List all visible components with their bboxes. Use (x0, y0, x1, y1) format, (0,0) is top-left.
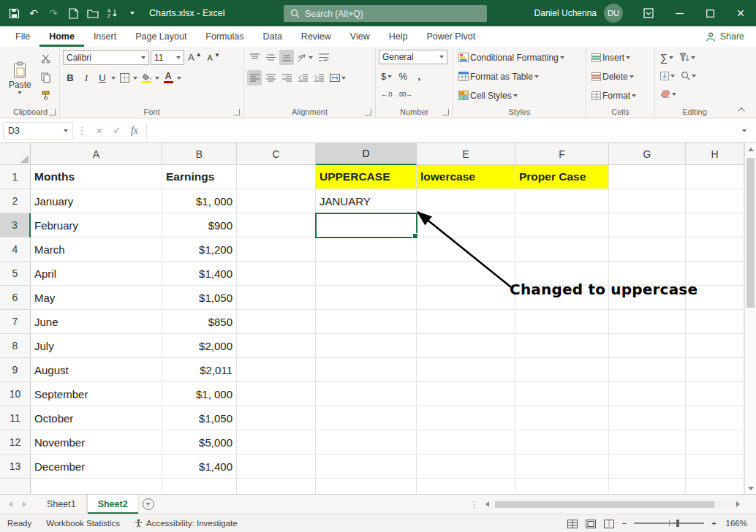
fill-color-dropdown[interactable] (155, 77, 159, 80)
cell-D13[interactable] (316, 455, 417, 479)
cell-B8[interactable]: $2,000 (162, 334, 237, 358)
comma-style-button[interactable]: , (412, 69, 426, 84)
font-color-button[interactable]: A (161, 70, 175, 86)
cell-B7[interactable]: $850 (162, 310, 237, 334)
normal-view-button[interactable] (567, 519, 578, 528)
column-header-H[interactable]: H (686, 143, 744, 165)
decrease-font-button[interactable]: A▼ (205, 50, 222, 65)
column-header-F[interactable]: F (515, 143, 609, 165)
scroll-up-button[interactable] (745, 143, 756, 155)
clipboard-dialog-launcher[interactable] (49, 109, 56, 115)
cell-D4[interactable] (316, 238, 417, 262)
sort-button[interactable]: AZ (103, 3, 122, 23)
font-size-select[interactable]: 11 (151, 50, 184, 65)
increase-indent-button[interactable] (311, 70, 326, 86)
cell-H3[interactable] (686, 213, 744, 238)
cell-D9[interactable] (316, 358, 417, 382)
align-center-button[interactable] (263, 70, 278, 86)
prev-sheet-button[interactable] (9, 501, 12, 507)
cell-A3[interactable]: February (31, 213, 162, 238)
row-header-11[interactable]: 11 (0, 406, 31, 430)
cell-A10[interactable]: September (31, 382, 162, 406)
cell-H11[interactable] (686, 406, 744, 430)
horizontal-scroll-thumb[interactable] (495, 501, 714, 508)
align-left-button[interactable] (247, 70, 262, 86)
column-header-G[interactable]: G (609, 143, 686, 165)
font-color-dropdown[interactable] (177, 77, 181, 80)
cell-D8[interactable] (316, 334, 417, 358)
cell-F1[interactable]: Proper Case (515, 165, 609, 189)
alignment-dialog-launcher[interactable] (365, 109, 371, 115)
cell-A11[interactable]: October (31, 406, 162, 430)
cell-D1[interactable]: UPPERCASE (316, 165, 417, 189)
cell-A4[interactable]: March (31, 238, 162, 262)
orientation-button[interactable]: ab (295, 50, 315, 65)
cell-H2[interactable] (686, 189, 744, 213)
cell-G3[interactable] (609, 213, 686, 238)
cell-A7[interactable]: June (31, 310, 162, 334)
scroll-right-button[interactable] (736, 501, 740, 507)
column-header-B[interactable]: B (162, 143, 237, 165)
cell-H13[interactable] (686, 455, 744, 479)
font-name-select[interactable]: Calibri (63, 50, 149, 65)
cell-E1[interactable]: lowercase (417, 165, 515, 189)
cell-H10[interactable] (686, 382, 744, 406)
cell-C13[interactable] (237, 455, 316, 479)
cell-C1[interactable] (237, 165, 316, 189)
scroll-down-button[interactable] (745, 482, 756, 494)
insert-cells-button[interactable]: Insert (589, 50, 651, 65)
tab-formulas[interactable]: Formulas (196, 26, 253, 47)
increase-font-button[interactable]: A▲ (186, 50, 204, 65)
bold-button[interactable]: B (63, 70, 78, 86)
cell-styles-button[interactable]: Cell Styles (456, 88, 583, 103)
font-dialog-launcher[interactable] (233, 109, 240, 115)
row-header-7[interactable]: 7 (0, 310, 31, 334)
vertical-scroll-thumb[interactable] (746, 158, 755, 308)
cell-E8[interactable] (417, 334, 515, 358)
minimize-button[interactable] (664, 0, 695, 26)
column-header-A[interactable]: A (31, 143, 162, 165)
delete-cells-button[interactable]: Delete (589, 69, 651, 84)
zoom-slider-thumb[interactable] (676, 520, 679, 527)
save-button[interactable] (4, 3, 23, 23)
row-header-6[interactable]: 6 (0, 286, 31, 310)
cell-A5[interactable]: April (31, 262, 162, 286)
new-file-button[interactable] (64, 3, 83, 23)
cell-C7[interactable] (237, 310, 316, 334)
cell-C8[interactable] (237, 334, 316, 358)
qat-customize-button[interactable] (123, 3, 142, 23)
cell-F11[interactable] (515, 406, 609, 430)
cell-G7[interactable] (609, 310, 686, 334)
cell-D5[interactable] (316, 262, 417, 286)
accounting-format-button[interactable]: $ (379, 69, 394, 84)
user-name[interactable]: Daniel Uchenna (534, 8, 597, 18)
cell-G9[interactable] (609, 358, 686, 382)
row-header-1[interactable]: 1 (0, 165, 31, 189)
cell-D10[interactable] (316, 382, 417, 406)
cell-B1[interactable]: Earnings (162, 165, 237, 189)
page-layout-view-button[interactable] (586, 519, 597, 528)
cell-A8[interactable]: July (31, 334, 162, 358)
cell-G14[interactable] (609, 479, 686, 494)
cell-A9[interactable]: August (31, 358, 162, 382)
new-sheet-button[interactable]: + (139, 495, 158, 514)
italic-button[interactable]: I (79, 70, 94, 86)
copy-button[interactable] (39, 69, 53, 85)
cell-B5[interactable]: $1,400 (162, 262, 237, 286)
cell-B14[interactable] (162, 479, 237, 494)
cell-C4[interactable] (237, 238, 316, 262)
search-box[interactable]: Search (Alt+Q) (284, 5, 487, 22)
tab-page-layout[interactable]: Page Layout (126, 26, 196, 47)
cell-C3[interactable] (237, 213, 316, 238)
cell-C5[interactable] (237, 262, 316, 286)
sort-filter-button[interactable] (677, 50, 698, 65)
cell-C10[interactable] (237, 382, 316, 406)
align-right-button[interactable] (279, 70, 294, 86)
share-button[interactable]: Share (706, 26, 744, 47)
zoom-slider[interactable] (634, 522, 704, 524)
cell-H4[interactable] (686, 238, 744, 262)
cell-B4[interactable]: $1,200 (162, 238, 237, 262)
cell-A6[interactable]: May (31, 286, 162, 310)
cell-H9[interactable] (686, 358, 744, 382)
decrease-indent-button[interactable] (295, 70, 310, 86)
